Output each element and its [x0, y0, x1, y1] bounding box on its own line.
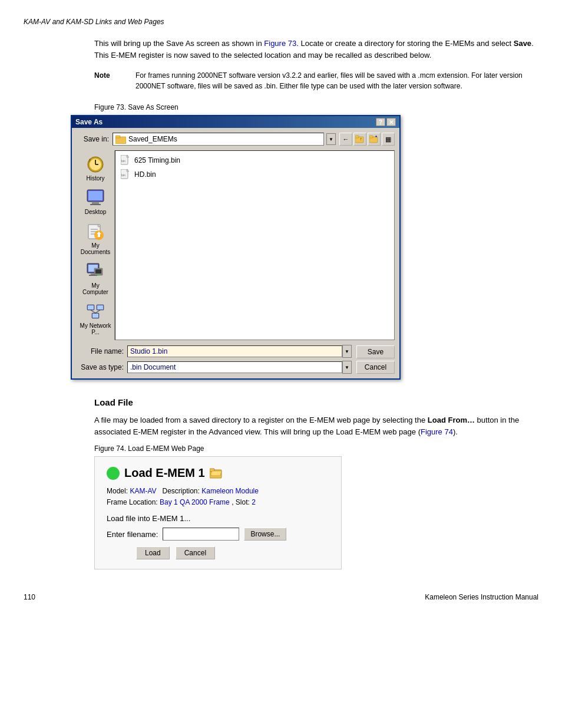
enter-filename-input[interactable] [163, 528, 239, 541]
green-status-circle [107, 467, 120, 480]
cancel2-button[interactable]: Cancel [176, 546, 215, 559]
mycomputer-label: My Computer [80, 282, 111, 295]
desc-value: Kameleon Module [201, 487, 259, 495]
svg-rect-6 [369, 136, 373, 138]
figure74-link[interactable]: Figure 74 [421, 427, 453, 436]
file-item-625timing[interactable]: bin 625 Timing.bin [119, 154, 391, 166]
new-folder-icon: * [369, 135, 379, 143]
file-icon-bin1: bin [120, 155, 131, 166]
up-folder-button[interactable]: ↑ [353, 133, 366, 146]
desktop-icon [86, 189, 105, 207]
file-name-625timing: 625 Timing.bin [134, 156, 180, 164]
load-file-into-label: Load file into E-MEM 1... [107, 514, 329, 523]
load-from-bold: Load From… [428, 416, 475, 424]
figure74-caption: Figure 74. Load E-MEM Web Page [94, 444, 538, 453]
save-button[interactable]: Save [356, 345, 395, 358]
savetype-combo: .bin Document ▼ [127, 361, 352, 374]
filename-row: File name: Studio 1.bin ▼ [77, 345, 352, 358]
svg-rect-15 [92, 202, 99, 204]
emem-meta: Model: KAM-AV Description: Kameleon Modu… [107, 486, 329, 508]
savein-row: Save in: Saved_EMEMs ▼ ← [77, 133, 395, 146]
folder-open-icon [210, 467, 223, 479]
svg-line-39 [91, 310, 95, 313]
load-emem-title-row: Load E-MEM 1 [107, 466, 329, 480]
savein-value: Saved_EMEMs [128, 135, 177, 143]
load-emem-box: Load E-MEM 1 Model: KAM-AV Description: … [94, 456, 342, 569]
history-icon [86, 155, 105, 174]
footer-manual-title: Kameleon Series Instruction Manual [425, 593, 538, 601]
slot-label: Slot: [236, 498, 250, 506]
filename-dropdown[interactable]: ▼ [342, 345, 352, 358]
file-name-hd: HD.bin [134, 170, 156, 179]
savein-label: Save in: [77, 135, 109, 143]
intro-paragraph: This will bring up the Save As screen as… [94, 38, 538, 61]
svg-marker-49 [211, 471, 222, 476]
mydocuments-label: My Documents [80, 242, 111, 255]
mynetwork-label: My Network P... [80, 322, 111, 335]
savetype-label: Save as type: [77, 363, 124, 371]
mynetwork-icon [86, 302, 105, 321]
toolbar-buttons: ← ↑ * ▦ [339, 133, 395, 146]
frame-label: Frame Location: [107, 498, 158, 506]
svg-rect-25 [98, 234, 100, 237]
mydocuments-icon [86, 222, 105, 241]
filename-input[interactable]: Studio 1.bin [127, 345, 342, 357]
svg-text:bin: bin [121, 159, 125, 163]
sidebar-item-mycomputer[interactable]: My Computer [78, 261, 113, 297]
savetype-dropdown[interactable]: ▼ [342, 361, 352, 374]
close-button[interactable]: ✕ [386, 118, 396, 126]
save-as-dialog: Save As ? ✕ Save in: Saved_EMEMs ▼ [71, 115, 401, 380]
page-header: KAM-AV and KAM-SD Links and Web Pages [24, 18, 538, 26]
figure73-caption: Figure 73. Save As Screen [94, 103, 538, 111]
back-button[interactable]: ← [339, 133, 352, 146]
save-bold: Save [514, 39, 531, 48]
file-panel: bin 625 Timing.bin bin HD.bin [115, 150, 395, 340]
load-emem-title-text: Load E-MEM 1 [124, 466, 205, 480]
filename-label: File name: [77, 347, 124, 355]
dialog-titlebar: Save As ? ✕ [72, 116, 399, 128]
desktop-label: Desktop [85, 209, 107, 215]
note-text: For frames running 2000NET software vers… [135, 70, 538, 91]
load-file-heading: Load File [94, 397, 538, 407]
sidebar-item-desktop[interactable]: Desktop [78, 187, 113, 216]
savetype-input[interactable]: .bin Document [127, 361, 342, 373]
history-label: History [86, 175, 104, 182]
svg-rect-14 [88, 191, 103, 200]
sidebar-item-history[interactable]: History [78, 154, 113, 183]
svg-line-40 [95, 310, 100, 313]
svg-text:bin: bin [121, 173, 125, 177]
savein-combo: Saved_EMEMs ▼ [113, 133, 336, 146]
savein-combobox[interactable]: Saved_EMEMs [113, 133, 324, 146]
svg-text:↑: ↑ [360, 137, 362, 141]
help-button[interactable]: ? [376, 118, 385, 126]
load-file-paragraph: A file may be loaded from a saved direct… [94, 414, 538, 437]
sidebar-item-mynetwork[interactable]: My Network P... [78, 301, 113, 337]
figure73-link[interactable]: Figure 73 [264, 39, 296, 48]
desc-label: Description: [163, 487, 200, 495]
enter-filename-row: Enter filename: Browse... [107, 528, 329, 541]
frame-value: Bay 1 QA 2000 Frame [160, 498, 230, 506]
page-footer: 110 Kameleon Series Instruction Manual [24, 593, 538, 601]
model-value: KAM-AV [130, 487, 156, 495]
footer-page-number: 110 [24, 593, 35, 601]
file-icon-bin2: bin [120, 169, 131, 180]
view-button[interactable]: ▦ [382, 133, 395, 146]
bottom-fields: File name: Studio 1.bin ▼ Save as type: … [77, 345, 352, 374]
browse-button[interactable]: Browse... [244, 528, 286, 541]
svg-rect-36 [97, 305, 103, 309]
file-item-hd[interactable]: bin HD.bin [119, 169, 391, 180]
dialog-title: Save As [75, 118, 103, 126]
filename-combo: Studio 1.bin ▼ [127, 345, 352, 358]
folder-icon [115, 134, 126, 144]
cancel-button[interactable]: Cancel [356, 361, 395, 374]
savein-dropdown-arrow[interactable]: ▼ [326, 133, 336, 145]
load-cancel-row: Load Cancel [136, 546, 329, 559]
sidebar-item-mydocuments[interactable]: My Documents [78, 221, 113, 256]
dialog-title-buttons: ? ✕ [376, 118, 396, 126]
load-button[interactable]: Load [136, 546, 170, 559]
new-folder-button[interactable]: * [368, 133, 381, 146]
enter-filename-label: Enter filename: [107, 530, 158, 539]
dialog-action-buttons: Save Cancel [356, 345, 395, 374]
svg-point-32 [98, 275, 99, 276]
slot-value: 2 [252, 498, 256, 506]
